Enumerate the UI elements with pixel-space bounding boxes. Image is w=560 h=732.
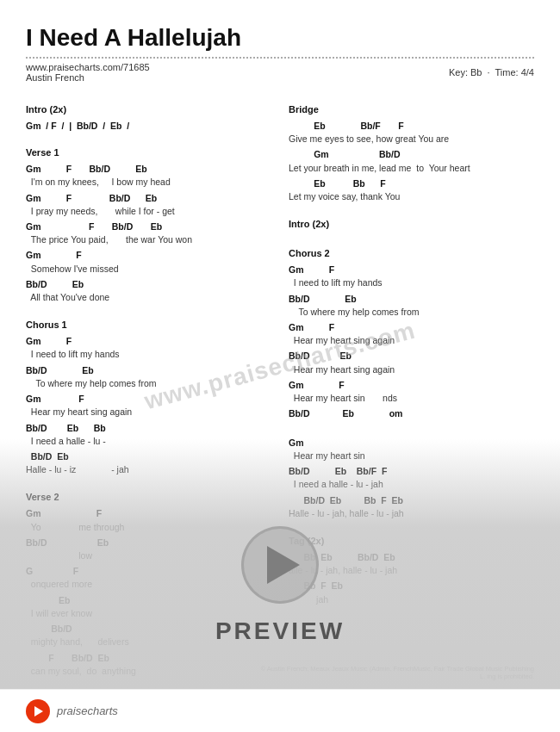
v1-l5: All that You've done bbox=[26, 291, 271, 304]
br-l1: Give me eyes to see, how great You are bbox=[289, 133, 534, 146]
v1-c5: Bb/D Eb bbox=[26, 278, 271, 291]
meta-left: www.praisecharts.com/71685 Austin French bbox=[26, 62, 150, 83]
br-c2: Gm Bb/D bbox=[289, 148, 534, 161]
ch2-l5: Hear my heart sin nds bbox=[289, 392, 534, 405]
play-button[interactable] bbox=[241, 526, 319, 604]
v1-c4: Gm F bbox=[26, 249, 271, 262]
page: I Need A Hallelujah www.praisecharts.com… bbox=[0, 0, 560, 732]
song-artist: Austin French bbox=[26, 72, 150, 83]
section-chorus2: Chorus 2 bbox=[289, 247, 534, 261]
intro-chord: Gm / F / | Bb/D / Eb / bbox=[26, 120, 271, 133]
play-icon bbox=[267, 546, 300, 584]
v1-l3: The price You paid, the war You won bbox=[26, 233, 271, 246]
song-key: Key: Bb bbox=[449, 67, 482, 78]
v1-c1: Gm F Bb/D Eb bbox=[26, 163, 271, 176]
ch1-l2: To where my help comes from bbox=[26, 377, 271, 390]
preview-overlay[interactable]: PREVIEW bbox=[0, 439, 560, 732]
v1-l1: I'm on my knees, I bow my head bbox=[26, 176, 271, 189]
section-intro: Intro (2x) bbox=[26, 103, 271, 117]
v1-l4: Somehow I've missed bbox=[26, 263, 271, 276]
ch2-l6 bbox=[289, 421, 534, 434]
ch2-c2: Bb/D Eb bbox=[289, 293, 534, 306]
ch1-l1: I need to lift my hands bbox=[26, 348, 271, 361]
ch2-l3: Hear my heart sing again bbox=[289, 334, 534, 347]
song-url: www.praisecharts.com/71685 bbox=[26, 62, 150, 72]
ch2-l1: I need to lift my hands bbox=[289, 276, 534, 289]
footer-brand: praisecharts bbox=[57, 704, 118, 717]
section-intro2: Intro (2x) bbox=[289, 218, 534, 232]
song-time: Time: 4/4 bbox=[495, 67, 534, 78]
v1-c2: Gm F Bb/D Eb bbox=[26, 192, 271, 205]
ch2-c4: Bb/D Eb bbox=[289, 350, 534, 363]
ch1-c4: Bb/D Eb Bb bbox=[26, 422, 271, 435]
meta-row: www.praisecharts.com/71685 Austin French… bbox=[26, 62, 534, 83]
footer: praisecharts bbox=[0, 689, 560, 732]
br-l3: Let my voice say, thank You bbox=[289, 190, 534, 203]
v1-l2: I pray my needs, while I for - get bbox=[26, 205, 271, 218]
br-c1: Eb Bb/F F bbox=[289, 120, 534, 133]
preview-label: PREVIEW bbox=[215, 617, 345, 645]
title-separator bbox=[26, 57, 534, 59]
br-l2: Let your breath in me, lead me to Your h… bbox=[289, 162, 534, 175]
ch2-l4: Hear my heart sing again bbox=[289, 363, 534, 376]
section-verse1: Verse 1 bbox=[26, 146, 271, 160]
footer-logo bbox=[26, 699, 50, 723]
play-logo-icon bbox=[34, 706, 43, 716]
ch1-c3: Gm F bbox=[26, 393, 271, 406]
ch2-c6: Bb/D Eb om bbox=[289, 407, 534, 420]
ch1-c1: Gm F bbox=[26, 335, 271, 348]
ch2-c1: Gm F bbox=[289, 264, 534, 276]
song-title: I Need A Hallelujah bbox=[26, 24, 534, 52]
ch1-c2: Bb/D Eb bbox=[26, 364, 271, 377]
ch1-l3: Hear my heart sing again bbox=[26, 406, 271, 419]
section-bridge: Bridge bbox=[289, 103, 534, 117]
br-c3: Eb Bb F bbox=[289, 177, 534, 190]
meta-right: Key: Bb · Time: 4/4 bbox=[449, 67, 534, 78]
ch2-l2: To where my help comes from bbox=[289, 306, 534, 319]
v1-c3: Gm F Bb/D Eb bbox=[26, 220, 271, 233]
ch2-c3: Gm F bbox=[289, 321, 534, 334]
section-chorus1: Chorus 1 bbox=[26, 319, 271, 332]
ch2-c5: Gm F bbox=[289, 379, 534, 392]
